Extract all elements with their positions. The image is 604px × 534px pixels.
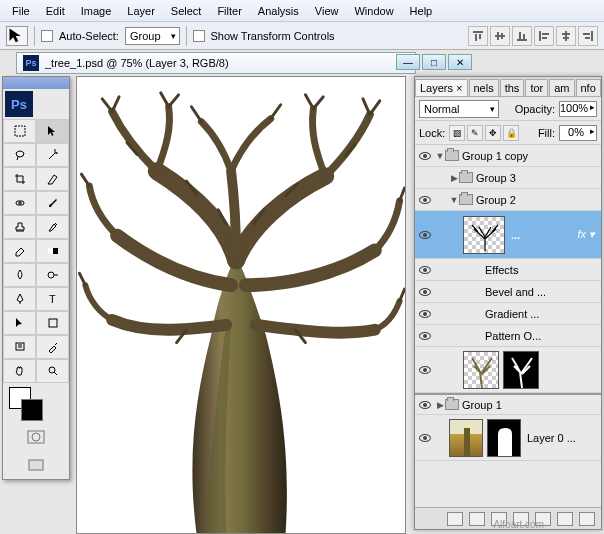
menu-filter[interactable]: Filter — [209, 2, 249, 20]
layers-list[interactable]: ▼ Group 1 copy ▶ Group 3 ▼ Group 2 — [415, 145, 601, 507]
slice-tool[interactable] — [36, 167, 69, 191]
maximize-button[interactable]: □ — [422, 54, 446, 70]
screenmode-toggle[interactable] — [3, 451, 69, 479]
align-hcenter-icon[interactable] — [556, 26, 576, 46]
delete-layer-icon[interactable] — [579, 512, 595, 526]
visibility-toggle[interactable] — [415, 152, 435, 160]
tab-info[interactable]: nfo — [576, 79, 601, 96]
visibility-toggle[interactable] — [415, 332, 435, 340]
tab-channels[interactable]: nels — [469, 79, 499, 96]
visibility-toggle[interactable] — [415, 310, 435, 318]
type-tool[interactable]: T — [36, 287, 69, 311]
dodge-tool[interactable] — [36, 263, 69, 287]
toolbox-titlebar[interactable] — [3, 77, 69, 89]
auto-select-checkbox[interactable] — [41, 30, 53, 42]
blend-mode-dropdown[interactable]: Normal — [419, 100, 499, 118]
disclosure-icon[interactable]: ▼ — [449, 195, 459, 205]
hand-tool[interactable] — [3, 359, 36, 383]
menu-view[interactable]: View — [307, 2, 347, 20]
notes-tool[interactable] — [3, 335, 36, 359]
zoom-tool[interactable] — [36, 359, 69, 383]
shape-tool[interactable] — [36, 311, 69, 335]
move-tool[interactable] — [36, 119, 69, 143]
menu-layer[interactable]: Layer — [119, 2, 163, 20]
align-right-icon[interactable] — [578, 26, 598, 46]
minimize-button[interactable]: ― — [396, 54, 420, 70]
layer-layer0[interactable]: Layer 0 ... — [415, 415, 601, 461]
menu-window[interactable]: Window — [346, 2, 401, 20]
menu-file[interactable]: File — [4, 2, 38, 20]
lock-all-icon[interactable]: 🔒 — [503, 125, 519, 141]
visibility-toggle[interactable] — [415, 401, 435, 409]
quickmask-toggle[interactable] — [3, 423, 69, 451]
lasso-tool[interactable] — [3, 143, 36, 167]
background-swatch[interactable] — [21, 399, 43, 421]
lock-pixels-icon[interactable]: ✎ — [467, 125, 483, 141]
fill-input[interactable]: 0% — [559, 125, 597, 141]
svg-rect-2 — [479, 34, 481, 39]
layer-gradient[interactable]: Gradient ... — [415, 303, 601, 325]
disclosure-icon[interactable]: ▶ — [449, 173, 459, 183]
layer-mask-thumbnail — [487, 419, 521, 457]
disclosure-icon[interactable]: ▼ — [435, 151, 445, 161]
eyedropper-tool[interactable] — [36, 335, 69, 359]
menu-select[interactable]: Select — [163, 2, 210, 20]
close-button[interactable]: ✕ — [448, 54, 472, 70]
layer-group1[interactable]: ▶ Group 1 — [415, 393, 601, 415]
layer-style-icon[interactable] — [469, 512, 485, 526]
eraser-tool[interactable] — [3, 239, 36, 263]
tab-layers[interactable]: Layers × — [415, 79, 468, 96]
menu-edit[interactable]: Edit — [38, 2, 73, 20]
auto-select-dropdown[interactable]: Group — [125, 27, 180, 45]
opacity-input[interactable]: 100% — [559, 101, 597, 117]
layer-group2[interactable]: ▼ Group 2 — [415, 189, 601, 211]
color-swatches[interactable] — [3, 383, 69, 423]
gradient-tool[interactable] — [36, 239, 69, 263]
move-tool-indicator[interactable] — [6, 26, 28, 46]
document-titlebar[interactable]: Ps _tree_1.psd @ 75% (Layer 3, RGB/8) — [16, 52, 416, 74]
brush-tool[interactable] — [36, 191, 69, 215]
visibility-toggle[interactable] — [415, 196, 435, 204]
blur-tool[interactable] — [3, 263, 36, 287]
tab-param[interactable]: am — [549, 79, 574, 96]
layers-panel[interactable]: Layers × nels ths tor am nfo Normal Opac… — [414, 76, 602, 530]
layer-group1copy[interactable]: ▼ Group 1 copy — [415, 145, 601, 167]
heal-tool[interactable] — [3, 191, 36, 215]
disclosure-icon[interactable]: ▶ — [435, 400, 445, 410]
visibility-toggle[interactable] — [415, 434, 435, 442]
layer-group3[interactable]: ▶ Group 3 — [415, 167, 601, 189]
visibility-toggle[interactable] — [415, 288, 435, 296]
stamp-tool[interactable] — [3, 215, 36, 239]
menu-image[interactable]: Image — [73, 2, 120, 20]
visibility-toggle[interactable] — [415, 366, 435, 374]
path-select-tool[interactable] — [3, 311, 36, 335]
fx-badge[interactable]: fx ▾ — [577, 228, 595, 241]
link-layers-icon[interactable] — [447, 512, 463, 526]
menu-analysis[interactable]: Analysis — [250, 2, 307, 20]
crop-tool[interactable] — [3, 167, 36, 191]
menu-help[interactable]: Help — [402, 2, 441, 20]
layer-layer3[interactable]: ... fx ▾ — [415, 211, 601, 259]
tab-paths[interactable]: ths — [500, 79, 525, 96]
visibility-toggle[interactable] — [415, 266, 435, 274]
align-left-icon[interactable] — [534, 26, 554, 46]
align-vcenter-icon[interactable] — [490, 26, 510, 46]
visibility-toggle[interactable] — [415, 231, 435, 239]
tab-history[interactable]: tor — [525, 79, 548, 96]
layer-bevel[interactable]: Bevel and ... — [415, 281, 601, 303]
lock-transparency-icon[interactable]: ▨ — [449, 125, 465, 141]
canvas-area[interactable] — [76, 76, 406, 534]
align-bottom-icon[interactable] — [512, 26, 532, 46]
layer-effects[interactable]: Effects — [415, 259, 601, 281]
show-transform-checkbox[interactable] — [193, 30, 205, 42]
layer-treeimg[interactable] — [415, 347, 601, 393]
wand-tool[interactable] — [36, 143, 69, 167]
history-brush-tool[interactable] — [36, 215, 69, 239]
toolbox-panel[interactable]: Ps T — [2, 76, 70, 480]
marquee-tool[interactable] — [3, 119, 36, 143]
pen-tool[interactable] — [3, 287, 36, 311]
new-layer-icon[interactable] — [557, 512, 573, 526]
layer-pattern[interactable]: Pattern O... — [415, 325, 601, 347]
lock-position-icon[interactable]: ✥ — [485, 125, 501, 141]
align-top-icon[interactable] — [468, 26, 488, 46]
